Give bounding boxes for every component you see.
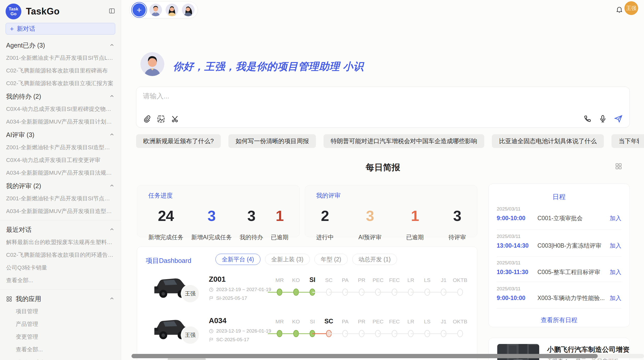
project-flag: SC-2025-05-17 — [209, 337, 249, 342]
new-chat-button[interactable]: + 新对话 — [6, 23, 115, 35]
sidebar-item[interactable]: A034-全新新能源MUV产品开发项目造型可行性评审 — [0, 205, 121, 218]
suggestion-chip[interactable]: 特朗普可能对进口汽车增税会对中国车企造成哪些影响 — [324, 134, 484, 148]
sidebar-item[interactable]: C02-飞腾新能源轻客改款项目里程碑画布 — [0, 64, 121, 77]
microphone-icon[interactable] — [598, 114, 607, 123]
suggestion-chip[interactable]: 如何写一份清晰的项目周报 — [228, 134, 316, 148]
sidebar-item[interactable]: A034-全新新能源MUV产品开发项目法规符合性评审 — [0, 167, 121, 179]
flag-label: SC-2025-05-17 — [216, 337, 249, 342]
card-title: 我的评审 — [316, 191, 466, 200]
add-contact-button[interactable]: + — [133, 3, 146, 17]
image-icon[interactable] — [157, 115, 165, 123]
scissors-icon[interactable] — [171, 115, 180, 123]
layout-grid-icon[interactable] — [615, 163, 622, 171]
divider — [497, 308, 621, 309]
task-progress-card: 任务进度 24新增完成任务 3新增AI完成任务 3我的待办 1已逾期 — [137, 185, 300, 237]
sidebar-header: Task Go TaskGo — [0, 0, 121, 22]
chat-input[interactable] — [143, 92, 550, 108]
plus-icon: + — [10, 25, 14, 33]
stat-label: AI预评审 — [358, 233, 382, 241]
sidebar-item-view-all[interactable]: 查看全部... — [0, 274, 121, 287]
milestone-timeline: MRKOSISCPAPRPECFECLRLSJ1OKTB — [271, 318, 475, 342]
news-title: 小鹏飞行汽车制造公司增资 — [547, 345, 630, 354]
send-icon[interactable] — [614, 114, 623, 123]
section-header[interactable]: AI评审 (3) — [0, 128, 121, 141]
section-header[interactable]: 我的应用 — [0, 292, 121, 305]
date-range: 2023-12-19 ~ 2026-01-19 — [216, 328, 271, 334]
section-title: 我的待办 (2) — [6, 92, 41, 101]
tab-all-new-body[interactable]: 全新上装 (3) — [265, 254, 310, 265]
stat: 1已逾期 — [271, 207, 288, 241]
sidebar-item[interactable]: C02-飞腾新能源轻客改款项目立项汇报方案 — [0, 77, 121, 90]
sidebar-section-my-review: 我的评审 (2) Z001-全新燃油轻卡产品开发项目SI节点属性5D文件评审 A… — [0, 179, 121, 218]
phone-call-icon[interactable] — [583, 114, 592, 123]
schedule-event-title: C003|H0B-方案冻结评审 — [537, 242, 607, 250]
avatar[interactable] — [149, 4, 162, 16]
join-link[interactable]: 加入 — [610, 268, 621, 276]
tab-powertrain-dev[interactable]: 动总开发 (1) — [352, 254, 397, 265]
notification-bell-icon[interactable] — [616, 6, 623, 14]
avatar[interactable] — [182, 4, 195, 16]
schedule-title: 日程 — [489, 192, 630, 201]
dashboard-title: 项目Dashboard — [146, 256, 191, 265]
join-link[interactable]: 加入 — [610, 242, 621, 250]
flag-icon — [209, 337, 214, 342]
milestone-labels: MRKOSISCPAPRPECFECLRLSJ1OKTB — [271, 318, 475, 326]
sidebar-item-cloud-space[interactable]: 我的云空间 — [0, 356, 121, 360]
horizontal-scrollbar-thumb[interactable] — [131, 354, 598, 358]
suggestion-chip[interactable]: 欧洲新规最近颁布了什么? — [136, 134, 221, 148]
chat-composer — [136, 87, 630, 128]
app-window: Task Go TaskGo + 新对话 Agent已办 (3) Z001-全新… — [0, 0, 644, 360]
section-title: 我的应用 — [16, 295, 41, 303]
milestone-track — [271, 330, 475, 338]
flag-label: SI-2025-05-17 — [216, 295, 247, 301]
project-code: A034 — [209, 317, 226, 325]
tab-year-model[interactable]: 年型 (2) — [314, 254, 348, 265]
collapse-sidebar-icon[interactable] — [109, 8, 115, 15]
stat-label: 新增AI完成任务 — [191, 233, 232, 241]
sidebar-item[interactable]: 解释最新出台的欧盟报废车法规再生塑料比例被调至15%... — [0, 236, 121, 249]
chevron-up-icon — [109, 93, 115, 100]
suggestion-chip-clipped[interactable] — [639, 134, 644, 148]
sidebar-item[interactable]: Z001-全新燃油轻卡产品开发项目SI造型提交物评审 — [0, 141, 121, 154]
section-header[interactable]: 我的评审 (2) — [0, 179, 121, 192]
stat-value: 3 — [366, 207, 374, 224]
app-item-change-mgmt[interactable]: 变更管理 — [0, 331, 121, 343]
view-all-schedules-link[interactable]: 查看所有日程 — [489, 316, 630, 324]
app-item-product-mgmt[interactable]: 产品管理 — [0, 318, 121, 331]
flag-icon — [209, 296, 214, 301]
join-link[interactable]: 加入 — [610, 214, 621, 222]
section-title: 最近对话 — [6, 226, 32, 234]
join-link[interactable]: 加入 — [610, 294, 621, 302]
sidebar-item[interactable]: A034-全新新能源MUV产品开发项目计划变更表编写 — [0, 115, 121, 128]
sidebar-item[interactable]: C0X4-动力总成开发项目SI里程碑提交物检查 — [0, 103, 121, 115]
app-item-view-all[interactable]: 查看全部... — [0, 343, 121, 356]
stat: 3AI预评审 — [358, 207, 382, 241]
avatar[interactable] — [166, 4, 178, 16]
schedule-date: 2025/03/11 — [497, 260, 621, 266]
sidebar-item[interactable]: 公司Q3轻卡销量 — [0, 261, 121, 274]
sidebar-item[interactable]: C02-飞腾新能源轻客改款项目的闭环通告反馈情况 — [0, 249, 121, 261]
tab-all-new-platform[interactable]: 全新平台 (4) — [215, 254, 260, 265]
suggestion-chip[interactable]: 比亚迪全固态电池计划具体说了什么 — [492, 134, 604, 148]
stat-value: 1 — [276, 207, 284, 224]
stat-value: 1 — [411, 207, 419, 224]
section-header[interactable]: Agent已办 (3) — [0, 39, 121, 52]
section-title: Agent已办 (3) — [6, 41, 45, 50]
sidebar-item[interactable]: Z001-全新燃油轻卡产品开发项目SI节点属性5D文件评审 — [0, 192, 121, 205]
sidebar-item[interactable]: Z001-全新燃油皮卡产品开发项目SI节点Lesson Learn报告 — [0, 52, 121, 64]
schedule-event-title: C005-整车工程目标评审 — [537, 268, 607, 276]
user-avatar[interactable]: 王强 — [624, 1, 638, 15]
app-item-project-mgmt[interactable]: 项目管理 — [0, 305, 121, 318]
divider — [497, 256, 621, 257]
stat: 3新增AI完成任务 — [191, 207, 232, 241]
section-header[interactable]: 我的待办 (2) — [0, 90, 121, 103]
attachment-icon[interactable] — [142, 115, 151, 123]
schedule-entry: 2025/03/11 10:30-11:30 C005-整车工程目标评审 加入 — [497, 260, 621, 266]
daily-briefing-title: 每日简报 — [136, 162, 630, 173]
project-row[interactable]: 王强 A034 2023-12-19 ~ 2026-01-19 SC-2025-… — [137, 313, 477, 355]
clock-icon — [209, 287, 214, 292]
project-dates: 2023-12-19 ~ 2027-01-19 — [209, 287, 271, 292]
section-header[interactable]: 最近对话 — [0, 223, 121, 236]
project-row[interactable]: 王强 Z001 2023-12-19 ~ 2027-01-19 SI-2025-… — [137, 272, 477, 314]
sidebar-item[interactable]: C0X4-动力总成开发项目工程变更评审 — [0, 154, 121, 167]
